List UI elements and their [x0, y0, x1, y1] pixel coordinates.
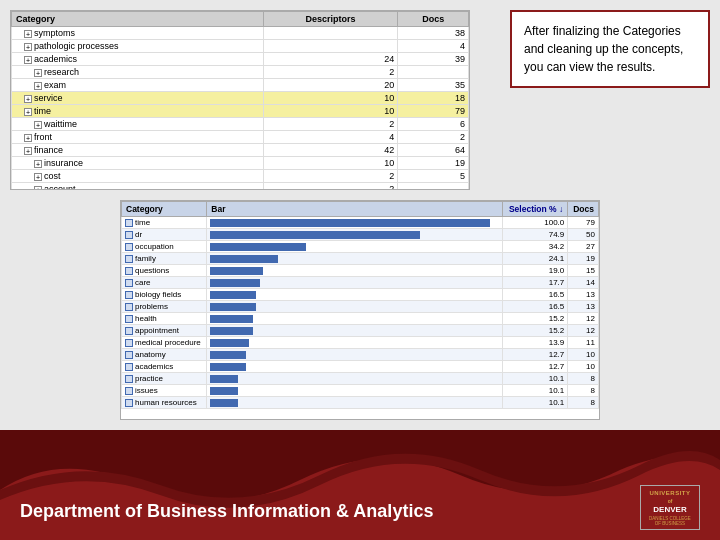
docs-cell: 5	[398, 170, 469, 183]
tree-expand-icon[interactable]: +	[34, 186, 42, 190]
pct-cell: 12.7	[503, 349, 568, 361]
descriptors-cell: 20	[263, 79, 397, 92]
category-icon	[125, 375, 133, 383]
pct-cell: 74.9	[503, 229, 568, 241]
tree-expand-icon[interactable]: +	[24, 30, 32, 38]
list-item: biology fields	[122, 289, 207, 301]
docs-cell2: 8	[568, 385, 599, 397]
list-item: anatomy	[122, 349, 207, 361]
tree-expand-icon[interactable]: +	[24, 95, 32, 103]
col-header-category: Category	[12, 12, 264, 27]
bar-visual	[210, 339, 249, 347]
docs-cell2: 27	[568, 241, 599, 253]
pct-cell: 10.1	[503, 397, 568, 409]
col-header-category2: Category	[122, 202, 207, 217]
tree-expand-icon[interactable]: +	[24, 108, 32, 116]
category-icon	[125, 279, 133, 287]
tree-expand-icon[interactable]: +	[34, 82, 42, 90]
category-icon	[125, 351, 133, 359]
bar-visual	[210, 267, 263, 275]
pct-cell: 12.7	[503, 361, 568, 373]
pct-cell: 19.0	[503, 265, 568, 277]
pct-cell: 15.2	[503, 325, 568, 337]
bar-visual	[210, 351, 246, 359]
category-icon	[125, 387, 133, 395]
descriptors-cell: 42	[263, 144, 397, 157]
list-item: human resources	[122, 397, 207, 409]
table-row: +time	[12, 105, 264, 118]
bar-cell	[207, 361, 503, 373]
descriptors-cell: 2	[263, 170, 397, 183]
descriptors-cell: 2	[263, 118, 397, 131]
tree-expand-icon[interactable]: +	[34, 121, 42, 129]
bar-visual	[210, 399, 238, 407]
university-logo-box: UNIVERSITY ofDENVER DANIELS COLLEGEOF BU…	[640, 485, 700, 530]
pct-cell: 10.1	[503, 373, 568, 385]
table-row: +cost	[12, 170, 264, 183]
descriptors-cell	[263, 27, 397, 40]
bar-cell	[207, 265, 503, 277]
col-header-descriptors: Descriptors	[263, 12, 397, 27]
docs-cell2: 50	[568, 229, 599, 241]
list-item: academics	[122, 361, 207, 373]
bar-visual	[210, 255, 278, 263]
list-item: appointment	[122, 325, 207, 337]
docs-cell: 19	[398, 157, 469, 170]
pct-cell: 100.0	[503, 217, 568, 229]
tree-expand-icon[interactable]: +	[34, 160, 42, 168]
pct-cell: 34.2	[503, 241, 568, 253]
bar-visual	[210, 243, 306, 251]
bar-visual	[210, 303, 256, 311]
logo-of-denver: ofDENVER	[653, 496, 686, 514]
pct-cell: 16.5	[503, 289, 568, 301]
docs-cell2: 13	[568, 289, 599, 301]
bar-cell	[207, 385, 503, 397]
descriptors-cell: 10	[263, 105, 397, 118]
tree-expand-icon[interactable]: +	[24, 56, 32, 64]
results-table: Category Bar Selection % ↓ Docs time100.…	[120, 200, 600, 420]
docs-cell2: 10	[568, 361, 599, 373]
footer: Department of Business Information & Ana…	[0, 430, 720, 540]
col-header-docs2: Docs	[568, 202, 599, 217]
docs-cell2: 15	[568, 265, 599, 277]
table-row: +finance	[12, 144, 264, 157]
list-item: occupation	[122, 241, 207, 253]
main-content-area: Category Descriptors Docs +symptoms38+pa…	[0, 0, 720, 430]
list-item: medical procedure	[122, 337, 207, 349]
table-row: +academics	[12, 53, 264, 66]
list-item: questions	[122, 265, 207, 277]
callout-text: After finalizing the Categories and clea…	[524, 24, 683, 74]
col-header-docs: Docs	[398, 12, 469, 27]
docs-cell2: 14	[568, 277, 599, 289]
table-row: +front	[12, 131, 264, 144]
table-row: +exam	[12, 79, 264, 92]
callout-box: After finalizing the Categories and clea…	[510, 10, 710, 88]
bar-visual	[210, 231, 420, 239]
tree-expand-icon[interactable]: +	[34, 173, 42, 181]
bar-cell	[207, 325, 503, 337]
docs-cell2: 11	[568, 337, 599, 349]
bar-cell	[207, 289, 503, 301]
tree-expand-icon[interactable]: +	[34, 69, 42, 77]
table-row: +account	[12, 183, 264, 191]
category-icon	[125, 399, 133, 407]
bar-visual	[210, 279, 260, 287]
docs-cell: 38	[398, 27, 469, 40]
bar-cell	[207, 301, 503, 313]
docs-cell2: 13	[568, 301, 599, 313]
docs-cell: 79	[398, 105, 469, 118]
docs-cell: 18	[398, 92, 469, 105]
tree-expand-icon[interactable]: +	[24, 43, 32, 51]
category-icon	[125, 363, 133, 371]
bar-cell	[207, 217, 503, 229]
docs-cell2: 10	[568, 349, 599, 361]
tree-expand-icon[interactable]: +	[24, 147, 32, 155]
descriptors-cell: 2	[263, 66, 397, 79]
docs-cell: 2	[398, 131, 469, 144]
list-item: family	[122, 253, 207, 265]
bar-visual	[210, 291, 256, 299]
category-icon	[125, 267, 133, 275]
bar-cell	[207, 253, 503, 265]
list-item: practice	[122, 373, 207, 385]
tree-expand-icon[interactable]: +	[24, 134, 32, 142]
